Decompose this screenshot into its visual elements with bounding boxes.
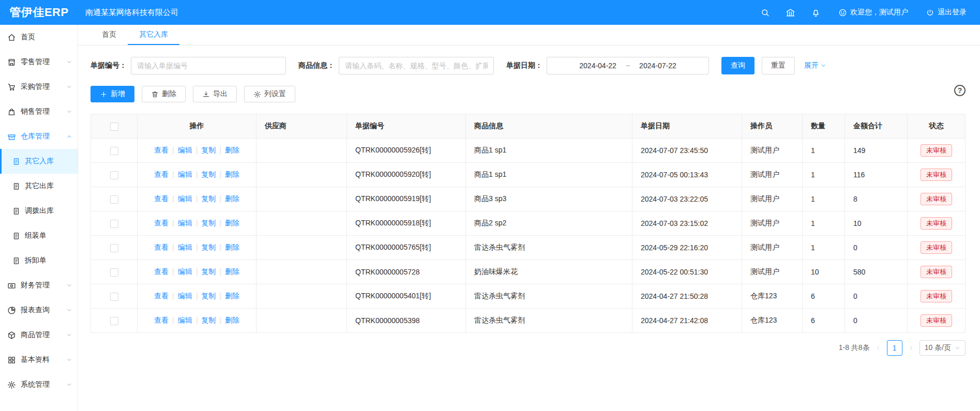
table-body: 查看|编辑|复制|删除QTRK00000005926[转]商品1 sp12024… [91,139,966,333]
row-action-edit[interactable]: 编辑 [178,292,192,300]
row-action-edit[interactable]: 编辑 [178,243,192,251]
cell-supplier [257,163,347,187]
delete-button[interactable]: 删除 [142,86,186,102]
table-row: 查看|编辑|复制|删除QTRK00000005926[转]商品1 sp12024… [91,139,966,163]
row-checkbox[interactable] [110,171,118,179]
cell-bill-no: QTRK00000005918[转] [347,211,466,236]
product-input[interactable] [339,57,494,74]
row-action-edit[interactable]: 编辑 [178,267,192,276]
status-badge: 未审核 [921,314,952,327]
reset-button[interactable]: 重置 [762,57,795,74]
row-action-view[interactable]: 查看 [154,219,169,227]
gear-icon [253,90,261,98]
row-action-edit[interactable]: 编辑 [178,146,192,154]
sidebar-subitem-other-in[interactable]: 其它入库 [0,149,78,174]
row-action-view[interactable]: 查看 [154,316,169,324]
row-checkbox[interactable] [110,244,118,252]
table-row: 查看|编辑|复制|删除QTRK00000005398雷达杀虫气雾剂2024-04… [91,309,966,333]
row-action-view[interactable]: 查看 [154,267,169,276]
main-row: 首页零售管理采购管理销售管理仓库管理其它入库其它出库调拨出库组装单拆卸单财务管理… [0,25,980,411]
row-action-copy[interactable]: 复制 [201,267,216,276]
sidebar-item-warehouse[interactable]: 仓库管理 [0,124,78,149]
chevron-left-icon[interactable] [875,345,882,352]
bill-no-input[interactable] [131,57,286,74]
sidebar-item-report[interactable]: 报表查询 [0,298,78,323]
pagination-page-1[interactable]: 1 [887,340,902,356]
row-action-delete[interactable]: 删除 [225,292,239,300]
row-action-view[interactable]: 查看 [154,146,169,154]
col-header-operator: 操作员 [742,114,803,139]
action-separator: | [219,243,221,251]
search-button[interactable]: 查询 [721,57,755,74]
row-action-edit[interactable]: 编辑 [178,316,192,324]
sidebar-item-purchase[interactable]: 采购管理 [0,74,78,99]
row-action-view[interactable]: 查看 [154,194,169,203]
row-checkbox[interactable] [110,220,118,228]
sidebar-subitem-disassemble[interactable]: 拆卸单 [0,248,78,273]
tab-home[interactable]: 首页 [91,25,128,45]
tab-other-in[interactable]: 其它入库 [128,25,179,45]
sidebar-item-finance[interactable]: 财务管理 [0,273,78,298]
add-button[interactable]: 新增 [91,86,134,102]
row-action-edit[interactable]: 编辑 [178,194,192,203]
bell-icon[interactable] [811,8,821,18]
page-size-select[interactable]: 10 条/页 [919,340,966,356]
sidebar-item-home[interactable]: 首页 [0,25,78,50]
row-action-view[interactable]: 查看 [154,243,169,251]
date-from-value[interactable]: 2024-04-22 [579,62,616,70]
row-action-copy[interactable]: 复制 [201,243,216,251]
sidebar-subitem-other-out[interactable]: 其它出库 [0,174,78,199]
help-icon[interactable]: ? [954,85,966,96]
row-action-view[interactable]: 查看 [154,292,169,300]
row-action-view[interactable]: 查看 [154,170,169,178]
sidebar-item-goods[interactable]: 商品管理 [0,323,78,347]
row-action-delete[interactable]: 删除 [225,267,239,276]
columns-button[interactable]: 列设置 [244,86,295,102]
row-action-delete[interactable]: 删除 [225,316,239,324]
export-button[interactable]: 导出 [193,86,237,102]
sidebar-item-sales[interactable]: 销售管理 [0,99,78,124]
sidebar-item-retail[interactable]: 零售管理 [0,50,78,74]
logout-button[interactable]: 退出登录 [926,8,967,17]
chevron-right-icon[interactable] [908,345,914,352]
expand-link[interactable]: 展开 [804,61,826,70]
sidebar-item-system[interactable]: 系统管理 [0,372,78,397]
sidebar-subitem-allot-out[interactable]: 调拨出库 [0,199,78,223]
row-checkbox[interactable] [110,147,118,155]
row-action-delete[interactable]: 删除 [225,170,239,178]
row-action-edit[interactable]: 编辑 [178,170,192,178]
cell-qty: 1 [803,211,845,236]
row-action-copy[interactable]: 复制 [201,316,216,324]
row-action-copy[interactable]: 复制 [201,292,216,300]
cell-date: 2024-04-27 21:50:28 [632,284,742,309]
row-checkbox[interactable] [110,268,118,277]
pagination-total: 1-8 共8条 [839,343,870,353]
cell-supplier [257,139,347,163]
cell-operator: 测试用户 [742,139,803,163]
action-separator: | [172,194,174,203]
sidebar-subitem-assemble[interactable]: 组装单 [0,223,78,248]
row-action-copy[interactable]: 复制 [201,194,216,203]
bank-icon[interactable] [786,8,795,18]
row-action-delete[interactable]: 删除 [225,219,239,227]
row-action-edit[interactable]: 编辑 [178,219,192,227]
cell-product: 商品1 sp1 [466,163,632,187]
row-action-delete[interactable]: 删除 [225,243,239,251]
base-icon [7,356,16,364]
row-checkbox[interactable] [110,317,118,325]
date-to-value[interactable]: 2024-07-22 [639,62,676,70]
row-action-delete[interactable]: 删除 [225,194,239,203]
row-checkbox[interactable] [110,293,118,301]
row-action-copy[interactable]: 复制 [201,170,216,178]
chevron-down-icon [955,345,960,351]
sidebar-item-base[interactable]: 基本资料 [0,347,78,372]
welcome-user[interactable]: 欢迎您，测试用户 [838,8,908,17]
date-range-picker[interactable]: 2024-04-22 ~ 2024-07-22 [547,57,709,74]
row-action-delete[interactable]: 删除 [225,146,239,154]
select-all-checkbox[interactable] [110,123,118,131]
cell-bill-no: QTRK00000005401[转] [347,284,466,309]
row-checkbox[interactable] [110,195,118,204]
search-icon[interactable] [760,8,770,18]
row-action-copy[interactable]: 复制 [201,146,216,154]
row-action-copy[interactable]: 复制 [201,219,216,227]
